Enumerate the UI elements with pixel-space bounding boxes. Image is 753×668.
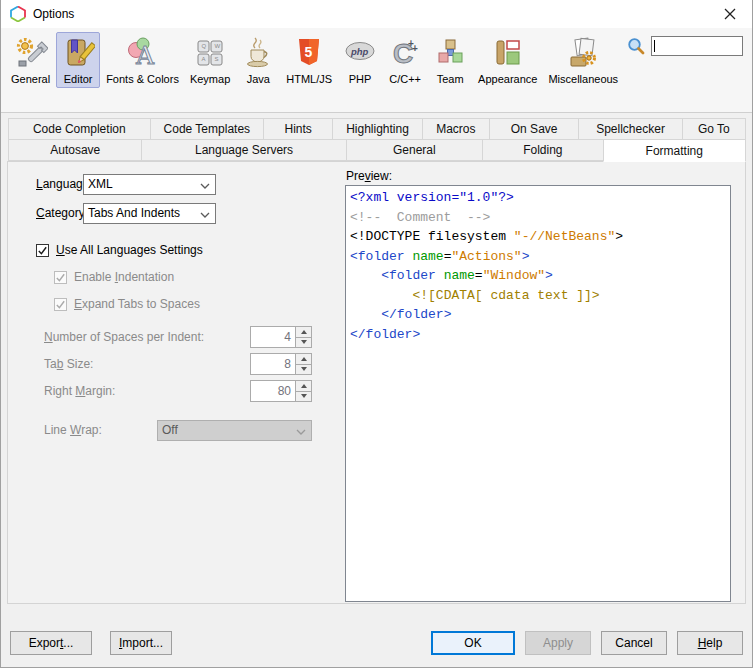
enable-indentation-checkbox xyxy=(54,271,67,284)
tab-label: Hints xyxy=(285,122,312,136)
tab-code-completion[interactable]: Code Completion xyxy=(8,118,151,140)
cancel-label: Cancel xyxy=(615,636,652,650)
expand-tabs-checkbox xyxy=(54,298,67,311)
tab-macros[interactable]: Macros xyxy=(422,118,490,140)
category-toolbar: General Editor A Fonts & Colors xyxy=(1,28,752,113)
apply-label: Apply xyxy=(543,636,573,650)
import-button[interactable]: Import... xyxy=(110,631,172,655)
tool-item-editor[interactable]: Editor xyxy=(56,32,100,88)
right-margin-row: Right Margin: 80 xyxy=(44,380,312,402)
spinner-value: 4 xyxy=(250,326,295,348)
tab-size-row: Tab Size: 8 xyxy=(44,353,312,375)
title-bar: Options xyxy=(1,0,752,28)
tool-label: Editor xyxy=(64,73,93,85)
tab-row-2: Autosave Language Servers General Foldin… xyxy=(7,140,746,161)
dialog-action-buttons: OK Apply Cancel Help xyxy=(431,631,743,655)
tab-general[interactable]: General xyxy=(346,139,483,161)
tab-formatting[interactable]: Formatting xyxy=(603,139,746,162)
tab-spellchecker[interactable]: Spellchecker xyxy=(578,118,682,140)
java-icon xyxy=(241,36,275,70)
tool-label: PHP xyxy=(349,73,372,85)
spaces-per-indent-spinner: 4 xyxy=(250,326,312,348)
spinner-value: 8 xyxy=(250,353,295,375)
team-icon xyxy=(433,36,467,70)
tab-highlighting[interactable]: Highlighting xyxy=(332,118,422,140)
svg-text:S: S xyxy=(215,56,219,62)
category-row: Category: Tabs And Indents xyxy=(36,202,340,224)
svg-text:+: + xyxy=(412,43,418,54)
apply-button: Apply xyxy=(525,631,591,655)
preview-label: Preview: xyxy=(346,169,731,183)
use-all-languages-label: Use All Languages Settings xyxy=(56,243,203,257)
help-button[interactable]: Help xyxy=(677,631,743,655)
line-wrap-label: Line Wrap: xyxy=(44,423,102,437)
import-label: Import... xyxy=(119,636,163,650)
svg-text:W: W xyxy=(215,43,221,49)
spaces-per-indent-row: Number of Spaces per Indent: 4 xyxy=(44,326,312,348)
tool-label: HTML/JS xyxy=(286,73,332,85)
tab-language-servers[interactable]: Language Servers xyxy=(141,139,346,161)
tool-item-html-js[interactable]: 5 HTML/JS xyxy=(281,32,337,88)
tab-go-to[interactable]: Go To xyxy=(682,118,746,140)
category-select[interactable]: Tabs And Indents xyxy=(83,203,216,224)
close-button[interactable] xyxy=(707,0,752,28)
preview-column: Preview: <?xml version="1.0"?><!-- Comme… xyxy=(340,162,745,603)
netbeans-logo-icon xyxy=(10,6,26,22)
triangle-down-icon xyxy=(301,340,307,344)
category-value: Tabs And Indents xyxy=(88,206,180,220)
ok-button[interactable]: OK xyxy=(431,631,515,655)
tool-item-miscellaneous[interactable]: Miscellaneous xyxy=(543,32,623,88)
tool-label: Fonts & Colors xyxy=(106,73,179,85)
tool-item-c-cpp[interactable]: C + + C/C++ xyxy=(383,32,427,88)
tab-label: Macros xyxy=(436,122,475,136)
tool-label: Team xyxy=(437,73,464,85)
enable-indentation-row: Enable Indentation xyxy=(54,269,340,285)
formatting-panel: Language: XML Category: Tabs And Indents xyxy=(7,161,746,604)
php-icon: php xyxy=(343,36,377,70)
language-select[interactable]: XML xyxy=(83,174,216,195)
tool-item-php[interactable]: php PHP xyxy=(338,32,382,88)
tab-autosave[interactable]: Autosave xyxy=(8,139,142,161)
tool-label: C/C++ xyxy=(389,73,421,85)
tab-label: Autosave xyxy=(50,143,100,157)
c-cpp-icon: C + + xyxy=(388,36,422,70)
tab-label: Language Servers xyxy=(195,143,293,157)
right-margin-label: Right Margin: xyxy=(44,384,115,398)
svg-text:A: A xyxy=(135,41,155,70)
spin-up-button xyxy=(296,381,311,392)
spin-down-button xyxy=(296,338,311,348)
tab-code-templates[interactable]: Code Templates xyxy=(150,118,264,140)
language-value: XML xyxy=(88,177,113,191)
tab-row-1: Code Completion Code Templates Hints Hig… xyxy=(7,118,746,140)
bottom-button-bar: Export... Import... OK Apply Cancel Help xyxy=(1,631,752,655)
check-icon xyxy=(37,245,48,256)
tab-hints[interactable]: Hints xyxy=(263,118,333,140)
tab-label: Highlighting xyxy=(346,122,409,136)
tool-item-team[interactable]: Team xyxy=(428,32,472,88)
spinner-value: 80 xyxy=(250,380,295,402)
tool-item-java[interactable]: Java xyxy=(236,32,280,88)
tool-label: General xyxy=(11,73,50,85)
use-all-languages-checkbox[interactable] xyxy=(36,244,49,257)
tool-item-appearance[interactable]: Appearance xyxy=(473,32,542,88)
miscellaneous-icon xyxy=(566,36,600,70)
tool-item-keymap[interactable]: QWAS Keymap xyxy=(185,32,235,88)
spin-up-button xyxy=(296,354,311,365)
export-button[interactable]: Export... xyxy=(10,631,92,655)
cancel-button[interactable]: Cancel xyxy=(601,631,667,655)
options-dialog: Options General xyxy=(0,0,753,668)
editor-tabstrip: Code Completion Code Templates Hints Hig… xyxy=(7,118,746,161)
search-input[interactable] xyxy=(651,36,743,56)
triangle-up-icon xyxy=(301,330,307,334)
tab-label: Go To xyxy=(698,122,730,136)
tool-item-fonts-colors[interactable]: A Fonts & Colors xyxy=(101,32,184,88)
tab-label: Code Completion xyxy=(33,122,126,136)
tab-label: Spellchecker xyxy=(596,122,665,136)
keymap-icon: QWAS xyxy=(193,36,227,70)
tab-label: Folding xyxy=(523,143,562,157)
export-label: Export... xyxy=(29,636,74,650)
tab-folding[interactable]: Folding xyxy=(482,139,604,161)
tool-item-general[interactable]: General xyxy=(6,32,55,88)
tab-on-save[interactable]: On Save xyxy=(489,118,579,140)
svg-text:A: A xyxy=(202,56,206,62)
